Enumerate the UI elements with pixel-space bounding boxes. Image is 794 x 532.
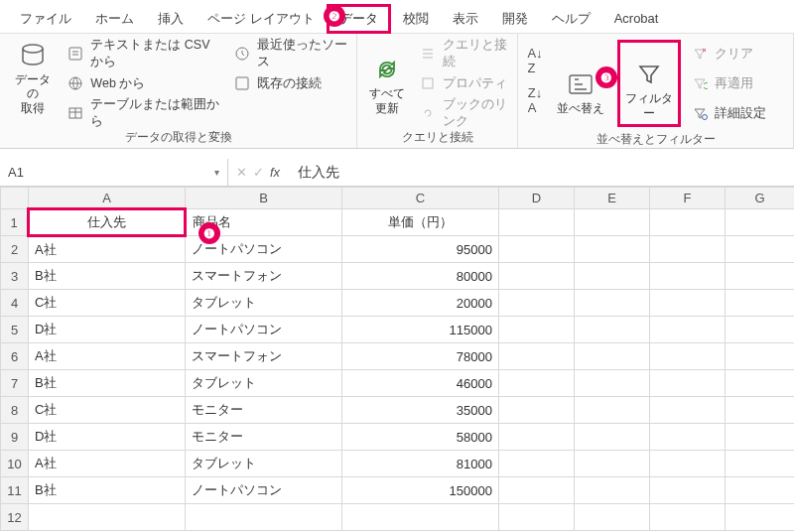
cell[interactable]: D社 <box>29 317 186 343</box>
cell[interactable]: C社 <box>29 397 186 424</box>
cell[interactable]: スマートフォン <box>186 343 342 370</box>
cell[interactable] <box>575 343 650 370</box>
row-header[interactable]: 6 <box>1 343 29 370</box>
from-table-button[interactable]: テーブルまたは範囲から <box>66 101 223 125</box>
cell[interactable] <box>650 236 726 263</box>
cell[interactable] <box>650 424 726 451</box>
cell[interactable]: タブレット <box>186 290 342 317</box>
cell[interactable] <box>726 209 795 236</box>
cell[interactable] <box>499 397 575 424</box>
cell[interactable] <box>575 397 650 424</box>
cell[interactable] <box>499 263 575 290</box>
cancel-icon[interactable]: ✕ <box>236 165 247 180</box>
cell[interactable]: C社 <box>29 290 186 317</box>
row-header[interactable]: 3 <box>1 263 29 290</box>
cell[interactable] <box>575 451 650 477</box>
refresh-all-button[interactable]: すべて 更新 <box>365 40 409 117</box>
cell[interactable]: 81000 <box>342 451 499 477</box>
cell[interactable]: A社 <box>29 451 186 477</box>
cell[interactable] <box>726 451 795 477</box>
cell[interactable]: スマートフォン <box>186 263 342 290</box>
advanced-filter-button[interactable]: 詳細設定 <box>691 101 766 125</box>
cell[interactable] <box>575 317 650 343</box>
cell[interactable] <box>575 504 650 531</box>
cell[interactable]: 46000 <box>342 370 499 397</box>
sort-desc-button[interactable]: Z↓A <box>526 85 544 115</box>
cell[interactable] <box>726 370 795 397</box>
cell[interactable] <box>499 290 575 317</box>
cell[interactable] <box>726 397 795 424</box>
cell[interactable] <box>575 209 650 236</box>
fx-icon[interactable]: fx <box>270 165 280 180</box>
cell[interactable]: A社 <box>29 343 186 370</box>
cell[interactable] <box>29 504 186 531</box>
clear-filter-button[interactable]: クリア <box>691 42 766 66</box>
row-header[interactable]: 5 <box>1 317 29 343</box>
cell[interactable] <box>650 451 726 477</box>
row-header[interactable]: 2 <box>1 236 29 263</box>
tab-view[interactable]: 表示 <box>441 4 490 34</box>
from-csv-button[interactable]: テキストまたは CSV から <box>66 42 223 66</box>
cell[interactable]: 35000 <box>342 397 499 424</box>
cell[interactable] <box>650 504 726 531</box>
cell[interactable] <box>726 236 795 263</box>
cell[interactable] <box>650 370 726 397</box>
tab-file[interactable]: ファイル <box>8 4 83 34</box>
cell[interactable]: 95000 <box>342 236 499 263</box>
cell[interactable] <box>650 477 726 504</box>
cell[interactable] <box>499 317 575 343</box>
sort-asc-button[interactable]: A↓Z <box>526 46 544 75</box>
cell[interactable] <box>186 504 342 531</box>
cell[interactable]: 20000 <box>342 290 499 317</box>
cell[interactable] <box>499 451 575 477</box>
cell[interactable] <box>726 290 795 317</box>
cell[interactable]: ノートパソコン <box>186 317 342 343</box>
cell[interactable]: モニター <box>186 424 342 451</box>
col-header-A[interactable]: A <box>29 188 186 209</box>
cell[interactable]: タブレット <box>186 370 342 397</box>
cell[interactable]: 78000 <box>342 343 499 370</box>
cell[interactable] <box>575 236 650 263</box>
cell[interactable] <box>726 317 795 343</box>
row-header[interactable]: 8 <box>1 397 29 424</box>
cell[interactable] <box>575 263 650 290</box>
col-header-C[interactable]: C <box>342 188 499 209</box>
cell[interactable] <box>650 343 726 370</box>
col-header-E[interactable]: E <box>575 188 650 209</box>
cell[interactable] <box>499 370 575 397</box>
tab-developer[interactable]: 開発 <box>490 4 540 34</box>
cell[interactable]: 58000 <box>342 424 499 451</box>
cell[interactable] <box>650 397 726 424</box>
cell[interactable]: モニター <box>186 397 342 424</box>
name-box[interactable]: A1 ▾ <box>0 159 228 186</box>
cell[interactable] <box>575 370 650 397</box>
cell[interactable] <box>575 424 650 451</box>
tab-acrobat[interactable]: Acrobat <box>602 5 671 32</box>
cell[interactable]: 115000 <box>342 317 499 343</box>
cell[interactable] <box>575 477 650 504</box>
cell[interactable] <box>726 504 795 531</box>
cell[interactable] <box>650 317 726 343</box>
cell[interactable]: B社 <box>29 263 186 290</box>
cell[interactable] <box>726 424 795 451</box>
get-data-button[interactable]: データの 取得 <box>8 40 57 117</box>
col-header-F[interactable]: F <box>650 188 726 209</box>
cell[interactable]: B社 <box>29 370 186 397</box>
col-header-B[interactable]: B <box>186 188 342 209</box>
tab-insert[interactable]: 挿入 <box>146 4 196 34</box>
filter-button[interactable]: フィルター <box>622 45 676 122</box>
row-header[interactable]: 7 <box>1 370 29 397</box>
row-header[interactable]: 4 <box>1 290 29 317</box>
cell[interactable] <box>499 477 575 504</box>
cell[interactable]: ノートパソコン <box>186 477 342 504</box>
recent-sources-button[interactable]: 最近使ったソース <box>233 42 348 66</box>
cell[interactable] <box>650 209 726 236</box>
row-header[interactable]: 9 <box>1 424 29 451</box>
from-web-button[interactable]: Web から <box>66 71 223 95</box>
cell[interactable] <box>499 236 575 263</box>
cell[interactable] <box>499 343 575 370</box>
col-header-G[interactable]: G <box>726 188 795 209</box>
cell[interactable] <box>499 424 575 451</box>
row-header[interactable]: 1 <box>1 209 29 236</box>
cell[interactable] <box>650 263 726 290</box>
